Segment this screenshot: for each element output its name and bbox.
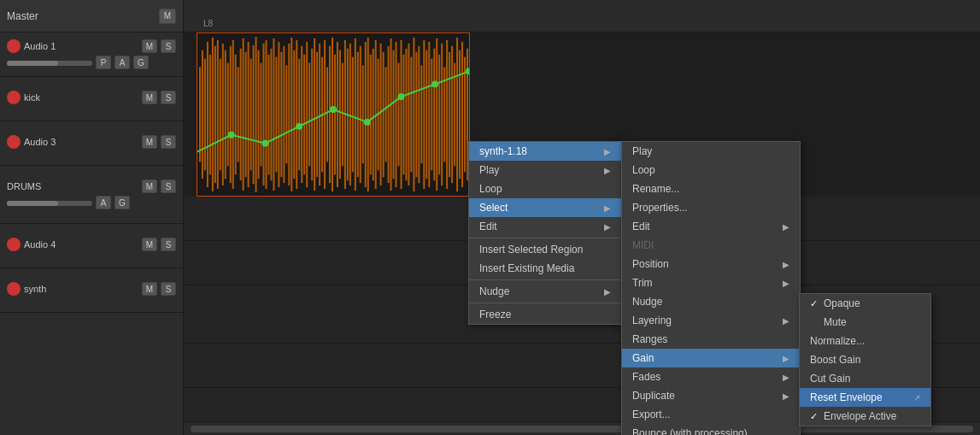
svg-rect-30 — [273, 38, 274, 191]
menu1-synth-header[interactable]: synth-1.18 ▶ — [469, 142, 621, 161]
synth-record-button[interactable] — [7, 282, 21, 296]
audio1-a-button[interactable]: A — [114, 56, 130, 69]
menu1-loop[interactable]: Loop — [469, 179, 621, 198]
menu3-mute[interactable]: ✓ Mute — [800, 313, 930, 332]
synth-m-button[interactable]: M — [142, 282, 157, 296]
svg-rect-7 — [214, 46, 216, 183]
kick-s-button[interactable]: S — [161, 91, 176, 104]
audio1-g-button[interactable]: G — [133, 56, 149, 69]
menu3-opaque[interactable]: ✓ Opaque — [800, 294, 930, 313]
menu3-boost-gain-label: Boost Gain — [810, 354, 920, 366]
menu2-play[interactable]: Play — [622, 142, 800, 161]
svg-rect-34 — [283, 46, 285, 183]
menu2-bounce-with[interactable]: Bounce (with processing) — [622, 424, 800, 435]
audio3-m-button[interactable]: M — [142, 135, 157, 149]
svg-rect-29 — [270, 49, 272, 180]
menu1-insert-selected[interactable]: Insert Selected Region — [469, 240, 621, 259]
svg-rect-84 — [410, 57, 412, 173]
svg-rect-54 — [334, 55, 336, 175]
svg-rect-87 — [418, 46, 420, 183]
kick-m-button[interactable]: M — [142, 91, 157, 104]
menu2-ranges[interactable]: Ranges — [622, 330, 800, 349]
menu2-export[interactable]: Export... — [622, 405, 800, 424]
menu1-insert-existing[interactable]: Insert Existing Media — [469, 259, 621, 278]
menu2-duplicate[interactable]: Duplicate ▶ — [622, 386, 800, 405]
menu2-midi-label: MIDI — [632, 239, 789, 251]
menu2-fades[interactable]: Fades ▶ — [622, 367, 800, 386]
audio1-fader[interactable] — [7, 61, 92, 66]
svg-rect-45 — [311, 49, 313, 180]
menu1-freeze[interactable]: Freeze — [469, 305, 621, 324]
svg-rect-21 — [250, 59, 252, 171]
menu2-gain[interactable]: Gain ▶ — [622, 349, 800, 367]
drums-m-button[interactable]: M — [142, 179, 157, 193]
svg-rect-78 — [396, 42, 397, 187]
menu2-nudge[interactable]: Nudge — [622, 292, 800, 311]
svg-rect-62 — [355, 38, 356, 191]
audio1-m-button[interactable]: M — [142, 39, 157, 53]
kick-record-button[interactable] — [7, 91, 21, 104]
svg-rect-92 — [431, 59, 432, 171]
menu1-select[interactable]: Select ▶ — [469, 198, 621, 217]
audio1-track: Audio 1 M S P A G — [0, 32, 183, 77]
menu2-properties[interactable]: Properties... — [622, 198, 800, 217]
svg-rect-68 — [370, 55, 372, 175]
svg-rect-73 — [383, 52, 384, 177]
svg-rect-46 — [314, 38, 315, 191]
menu3-reset-envelope[interactable]: Reset Envelope ↗ — [800, 388, 930, 407]
audio1-record-button[interactable] — [7, 39, 21, 53]
menu1-edit-label: Edit — [479, 220, 604, 232]
menu1-select-label: Select — [479, 202, 604, 214]
menu2-trim-label: Trim — [632, 277, 783, 289]
svg-rect-99 — [449, 52, 450, 177]
audio3-record-button[interactable] — [7, 135, 21, 149]
menu1-play[interactable]: Play ▶ — [469, 161, 621, 179]
menu1-edit[interactable]: Edit ▶ — [469, 217, 621, 236]
menu2-edit[interactable]: Edit ▶ — [622, 217, 800, 236]
menu2-position[interactable]: Position ▶ — [622, 255, 800, 273]
drums-s-button[interactable]: S — [161, 179, 176, 193]
drums-g-button[interactable]: G — [114, 196, 130, 209]
svg-rect-42 — [303, 55, 305, 175]
menu3-cut-gain-label: Cut Gain — [810, 373, 920, 385]
menu2-rename[interactable]: Rename... — [622, 179, 800, 198]
menu3-cut-gain[interactable]: Cut Gain — [800, 369, 930, 388]
menu2-edit-label: Edit — [632, 220, 783, 232]
ruler-marker-l8: L8 — [203, 19, 213, 28]
menu1-select-arrow: ▶ — [604, 203, 611, 213]
menu2-loop[interactable]: Loop — [622, 161, 800, 179]
svg-rect-82 — [405, 49, 407, 180]
audio4-m-button[interactable]: M — [142, 238, 157, 251]
audio1-s-button[interactable]: S — [161, 39, 176, 53]
menu2-trim[interactable]: Trim ▶ — [622, 273, 800, 292]
menu1-insert-existing-label: Insert Existing Media — [479, 262, 611, 274]
waveform-region[interactable] — [197, 32, 470, 197]
svg-rect-48 — [319, 44, 320, 185]
svg-rect-13 — [230, 46, 232, 183]
svg-rect-18 — [243, 38, 244, 191]
menu1-sep3 — [469, 303, 621, 303]
menu1-nudge[interactable]: Nudge ▶ — [469, 282, 621, 301]
scrollbar-track[interactable] — [191, 426, 973, 432]
master-m-button[interactable]: M — [159, 9, 176, 24]
svg-rect-103 — [459, 50, 461, 179]
audio1-p-button[interactable]: P — [96, 56, 111, 69]
master-label: Master — [7, 10, 38, 22]
menu3-envelope-active[interactable]: ✓ Envelope Active — [800, 407, 930, 426]
svg-rect-20 — [248, 42, 249, 187]
synth-s-button[interactable]: S — [161, 282, 176, 296]
audio4-record-button[interactable] — [7, 238, 21, 251]
drums-a-button[interactable]: A — [96, 196, 111, 209]
waveform-svg — [197, 33, 469, 196]
timeline-ruler: L8 — [184, 0, 980, 32]
menu1-play-arrow: ▶ — [604, 166, 611, 175]
audio3-s-button[interactable]: S — [161, 135, 176, 149]
menu3-normalize[interactable]: Normalize... — [800, 332, 930, 350]
svg-rect-32 — [278, 42, 279, 187]
svg-rect-53 — [332, 38, 333, 191]
menu2-layering[interactable]: Layering ▶ — [622, 311, 800, 330]
context-menu-3: ✓ Opaque ✓ Mute Normalize... Boost Gain … — [799, 293, 931, 426]
drums-fader[interactable] — [7, 201, 92, 206]
audio4-s-button[interactable]: S — [161, 238, 176, 251]
menu3-boost-gain[interactable]: Boost Gain — [800, 350, 930, 369]
